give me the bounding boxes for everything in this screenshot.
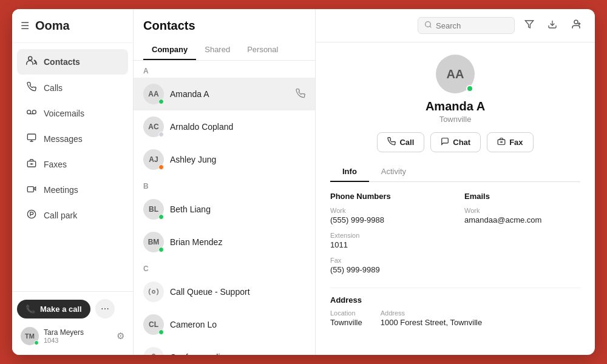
sidebar-item-meetings[interactable]: Meetings	[17, 178, 128, 202]
contact-name-conf: Conference line	[170, 352, 229, 355]
sidebar-item-callpark-label: Call park	[44, 211, 77, 220]
address-location-value: Townville	[330, 318, 362, 327]
phone-work-value: (555) 999-9988	[330, 215, 446, 224]
section-label-b: B	[134, 176, 315, 193]
email-work-label: Work	[464, 207, 580, 214]
search-input[interactable]	[436, 21, 508, 30]
contact-avatar-amanda-a: AA	[143, 84, 164, 104]
svg-point-16	[426, 22, 431, 27]
faxes-icon	[25, 158, 38, 170]
svg-point-20	[574, 20, 578, 24]
contact-amanda-a[interactable]: AA Amanda A	[134, 78, 315, 110]
current-user-avatar: TM	[21, 327, 39, 345]
detail-tab-info[interactable]: Info	[330, 162, 369, 182]
tab-shared[interactable]: Shared	[196, 40, 239, 60]
calls-icon	[25, 82, 38, 94]
status-dot-cameron	[158, 329, 164, 335]
filter-button[interactable]	[521, 17, 538, 34]
contact-name-arnaldo: Arnaldo Copland	[170, 122, 233, 132]
messages-icon	[25, 133, 38, 145]
sidebar-header: ☰ Ooma	[12, 9, 133, 43]
sidebar-item-callpark[interactable]: Call park	[17, 203, 128, 228]
phone-ext-label: Extension	[330, 232, 446, 239]
current-user-name: Tara Meyers	[44, 328, 84, 337]
sidebar-item-voicemails[interactable]: Voicemails	[17, 101, 128, 126]
chat-action-label: Chat	[453, 138, 470, 147]
svg-point-2	[32, 110, 36, 114]
settings-button[interactable]: ⚙	[117, 331, 124, 342]
phone-numbers-header: Phone Numbers	[330, 192, 446, 201]
contacts-header: Contacts Company Shared Personal	[134, 9, 315, 61]
sidebar-item-calls[interactable]: Calls	[17, 76, 128, 100]
svg-point-13	[152, 354, 155, 355]
phone-work-field: Work (555) 999-9988	[330, 207, 446, 224]
address-header: Address	[330, 295, 580, 305]
tab-personal[interactable]: Personal	[239, 40, 287, 60]
fax-action-button[interactable]: Fax	[487, 132, 533, 152]
phone-fax-label: Fax	[330, 257, 446, 264]
contact-arnaldo-copland[interactable]: AC Arnaldo Copland	[134, 110, 315, 143]
emails-header: Emails	[464, 192, 580, 201]
contact-avatar-arnaldo: AC	[143, 116, 164, 137]
sidebar-item-contacts[interactable]: Contacts	[17, 49, 128, 75]
phone-ext-field: Extension 1011	[330, 232, 446, 249]
call-action-icon	[387, 137, 396, 147]
sidebar-item-messages-label: Messages	[44, 134, 83, 144]
contact-avatar-ashley: AJ	[143, 149, 164, 170]
contacts-panel: Contacts Company Shared Personal A AA	[134, 9, 316, 355]
detail-panel: AA Amanda A Townville Call Chat	[316, 9, 595, 355]
callpark-icon	[25, 209, 38, 221]
contact-brian-mendez[interactable]: BM Brian Mendez	[134, 226, 315, 258]
contacts-icon	[25, 55, 38, 69]
phone-fax-value: (55) 999-9989	[330, 265, 446, 274]
svg-point-1	[27, 110, 31, 114]
phone-ext-value: 1011	[330, 240, 446, 249]
svg-rect-4	[27, 134, 35, 140]
meetings-icon	[25, 184, 38, 196]
email-work-field: Work amandaa@acme.com	[464, 207, 580, 224]
call-icon-amanda-a[interactable]	[296, 89, 305, 100]
phone-fax-field: Fax (55) 999-9989	[330, 257, 446, 274]
section-label-c: C	[134, 258, 315, 275]
section-label-a: A	[134, 61, 315, 78]
contact-name-brian: Brian Mendez	[170, 237, 222, 247]
contact-conference-line[interactable]: Conference line	[134, 341, 315, 355]
contact-name-queue: Call Queue - Support	[170, 287, 250, 297]
contact-avatar-cameron: CL	[143, 314, 164, 335]
phone-icon: 📞	[25, 305, 35, 314]
more-options-button[interactable]: ⋯	[95, 299, 115, 318]
sidebar-item-faxes[interactable]: Faxes	[17, 152, 128, 177]
tab-company[interactable]: Company	[143, 40, 196, 60]
detail-action-buttons: Call Chat Fax	[377, 132, 533, 152]
fax-action-label: Fax	[509, 138, 523, 147]
contact-name-amanda-a: Amanda A	[170, 89, 209, 99]
sidebar-bottom: 📞 Make a call ⋯ TM Tara Meyers 1043 ⚙	[12, 291, 133, 355]
contact-avatar-queue	[143, 281, 164, 302]
add-contact-button[interactable]	[567, 16, 585, 35]
brand-name: Ooma	[35, 19, 70, 33]
chat-action-button[interactable]: Chat	[430, 132, 481, 152]
address-location-label: Location	[330, 309, 362, 317]
contact-avatar-brian: BM	[143, 232, 164, 252]
address-street-field: Address 1000 Forest Street, Townville	[381, 309, 482, 327]
hamburger-icon[interactable]: ☰	[21, 20, 29, 32]
address-street-value: 1000 Forest Street, Townville	[381, 318, 482, 327]
bottom-actions: 📞 Make a call ⋯	[17, 299, 128, 318]
contact-beth-liang[interactable]: BL Beth Liang	[134, 193, 315, 226]
current-user-details: Tara Meyers 1043	[44, 328, 84, 344]
make-call-button[interactable]: 📞 Make a call	[17, 300, 90, 318]
detail-tab-activity[interactable]: Activity	[369, 162, 418, 182]
contact-call-queue-support[interactable]: Call Queue - Support	[134, 275, 315, 308]
contact-cameron-lo[interactable]: CL Cameron Lo	[134, 308, 315, 341]
current-user-status-dot	[34, 340, 39, 345]
svg-point-0	[29, 56, 32, 60]
contact-ashley-jung[interactable]: AJ Ashley Jung	[134, 143, 315, 176]
search-box	[418, 17, 515, 34]
download-button[interactable]	[544, 17, 561, 34]
sidebar-item-messages[interactable]: Messages	[17, 127, 128, 151]
call-action-label: Call	[399, 138, 414, 147]
call-action-button[interactable]: Call	[377, 132, 424, 152]
svg-rect-10	[27, 187, 33, 192]
detail-contact-name: Amanda A	[426, 99, 485, 113]
current-user-ext: 1043	[44, 337, 84, 344]
